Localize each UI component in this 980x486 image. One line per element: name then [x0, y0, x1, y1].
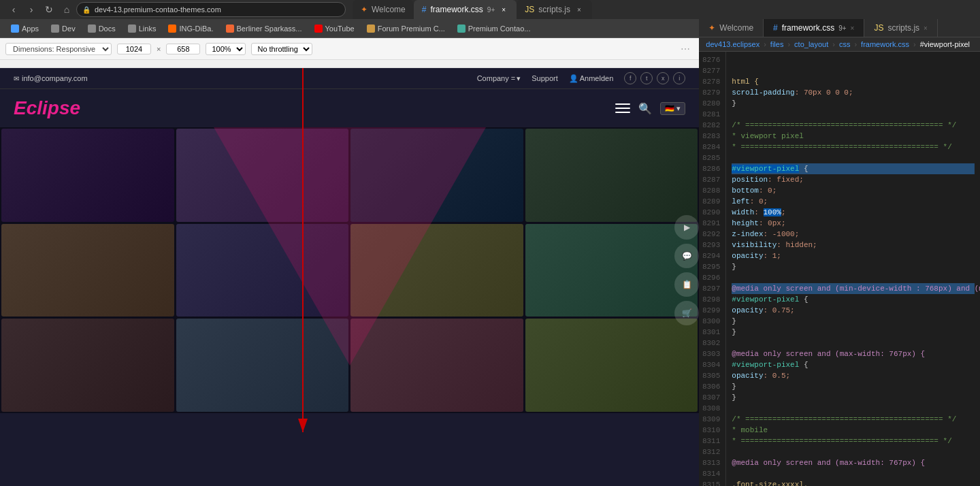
code-line-8288[interactable]: bottom: 0; [732, 185, 975, 196]
tab-scripts-close[interactable]: × [574, 5, 584, 14]
tab-framework-close[interactable]: × [499, 5, 508, 14]
reload-button[interactable]: ↻ [41, 1, 57, 18]
code-line-8292[interactable]: z-index: -1000; [732, 229, 975, 240]
bc-cto-layout[interactable]: cto_layout [794, 40, 828, 48]
tab-welcome-right[interactable]: ✦ Welcome [699, 19, 764, 37]
line-num-8287: 8287 [702, 174, 720, 185]
code-line-8277[interactable] [732, 65, 975, 76]
code-line-8279[interactable]: scroll-padding: 70px 0 0 0; [732, 87, 975, 98]
bookmark-forum[interactable]: Forum Premium C... [361, 23, 451, 34]
site-nav-icons: 🔍 🇩🇪 ▾ [615, 102, 685, 115]
code-line-8280[interactable]: } [732, 98, 975, 109]
code-line-8282[interactable]: /* =====================================… [732, 120, 975, 131]
facebook-icon[interactable]: f [624, 72, 636, 84]
side-btn-4[interactable]: 🛒 [674, 301, 699, 325]
bookmark-docs[interactable]: Docs [82, 23, 121, 34]
code-line-8305[interactable]: opacity: 0.5; [732, 370, 975, 381]
code-line-8287[interactable]: position: fixed; [732, 174, 975, 185]
code-line-8291[interactable]: height: 0px; [732, 218, 975, 229]
bookmark-premium[interactable]: Premium Contao... [452, 23, 536, 34]
twitter-icon[interactable]: t [640, 72, 653, 84]
css-code-content[interactable]: html { scroll-padding: 70px 0 0 0;}/* ==… [726, 52, 980, 486]
bookmark-dev[interactable]: Dev [46, 23, 81, 34]
dimensions-select[interactable]: Dimensions: Responsive [5, 43, 112, 55]
language-button[interactable]: 🇩🇪 ▾ [660, 102, 685, 115]
hero-img-12 [525, 319, 698, 412]
code-line-8297[interactable]: @media only screen and (min-device-width… [732, 283, 975, 294]
code-line-8299[interactable]: opacity: 0.75; [732, 305, 975, 316]
tab-scripts[interactable]: JS scripts.js × [517, 0, 592, 19]
bc-files[interactable]: files [770, 40, 784, 48]
code-line-8300[interactable]: } [732, 316, 975, 327]
side-btn-2[interactable]: 💬 [674, 244, 699, 268]
code-line-8293[interactable]: visibility: hidden; [732, 240, 975, 250]
code-line-8309[interactable]: /* =====================================… [732, 414, 975, 425]
bookmark-ing[interactable]: ING-DiBa. [163, 23, 218, 34]
code-line-8284[interactable]: * ======================================… [732, 142, 975, 152]
code-line-8313[interactable]: @media only screen and (max-width: 767px… [732, 457, 975, 468]
width-input[interactable] [117, 44, 151, 54]
code-line-8276[interactable] [732, 54, 975, 65]
xing-icon[interactable]: x [657, 72, 669, 84]
code-line-8312[interactable] [732, 447, 975, 457]
code-line-8303[interactable]: @media only screen and (max-width: 767px… [732, 349, 975, 359]
company-nav[interactable]: Company = ▾ [477, 74, 521, 83]
code-line-8289[interactable]: left: 0; [732, 196, 975, 207]
zoom-select[interactable]: 100% [206, 43, 246, 55]
line-num-8303: 8303 [702, 349, 720, 359]
code-line-8306[interactable]: } [732, 381, 975, 392]
tab-scripts-right[interactable]: JS scripts.js × [864, 19, 938, 37]
line-num-8311: 8311 [702, 436, 720, 447]
code-line-8314[interactable] [732, 468, 975, 479]
code-line-8286[interactable]: #viewport-pixel { [732, 163, 975, 174]
code-line-8294[interactable]: opacity: 1; [732, 250, 975, 261]
support-nav[interactable]: Support [532, 74, 558, 82]
code-line-8304[interactable]: #viewport-pixel { [732, 359, 975, 370]
bookmark-links[interactable]: Links [122, 23, 162, 34]
code-line-8310[interactable]: * mobile [732, 425, 975, 436]
code-line-8295[interactable]: } [732, 261, 975, 272]
line-numbers: 8276827782788279828082818282828382848285… [699, 52, 726, 486]
line-num-8277: 8277 [702, 65, 720, 76]
bookmark-youtube[interactable]: YouTube [309, 23, 360, 34]
anmelden-nav[interactable]: 👤 Anmelden [569, 74, 614, 83]
code-line-8302[interactable] [732, 338, 975, 349]
code-line-8311[interactable]: * ======================================… [732, 436, 975, 447]
home-button[interactable]: ⌂ [59, 1, 75, 18]
bookmark-apps[interactable]: Apps [5, 23, 44, 34]
height-input[interactable] [166, 44, 200, 54]
back-button[interactable]: ‹ [5, 1, 22, 18]
code-line-8281[interactable] [732, 109, 975, 120]
tab-framework[interactable]: # framework.css 9+ × [414, 0, 517, 19]
bookmark-berliner[interactable]: Berliner Sparkass... [220, 23, 308, 34]
scripts-tab-close[interactable]: × [924, 25, 928, 32]
instagram-icon[interactable]: i [673, 72, 685, 84]
framework-tab-close[interactable]: × [851, 25, 855, 32]
more-options-button[interactable]: ⋯ [677, 41, 693, 57]
css-tab-bar: ✦ Welcome # framework.css 9+ × JS script… [699, 19, 980, 37]
code-line-8301[interactable]: } [732, 327, 975, 338]
tab-framework-right[interactable]: # framework.css 9+ × [764, 19, 864, 37]
code-line-8278[interactable]: html { [732, 76, 975, 87]
bc-framework[interactable]: framework.css [861, 40, 909, 48]
address-text[interactable]: dev4-13.premium-contao-themes.com [95, 5, 221, 14]
code-line-8285[interactable] [732, 152, 975, 163]
code-line-8307[interactable]: } [732, 392, 975, 403]
bc-eclipsex[interactable]: dev413.eclipsex [706, 40, 760, 48]
code-line-8308[interactable] [732, 403, 975, 414]
forward-button[interactable]: › [23, 1, 39, 18]
side-btn-1[interactable]: ▶ [674, 215, 699, 240]
tab-welcome[interactable]: ✦ Welcome [353, 0, 414, 19]
bc-css[interactable]: css [839, 40, 851, 48]
line-num-8313: 8313 [702, 457, 720, 468]
hamburger-button[interactable] [615, 103, 630, 113]
devtools-tab-bar: ✦ Welcome # framework.css 9+ × JS script… [347, 0, 975, 19]
code-line-8298[interactable]: #viewport-pixel { [732, 294, 975, 305]
side-btn-3[interactable]: 📋 [674, 272, 699, 297]
code-line-8290[interactable]: width: 100%; [732, 207, 975, 218]
code-line-8283[interactable]: * viewport pixel [732, 131, 975, 142]
search-button[interactable]: 🔍 [638, 102, 652, 115]
code-line-8315[interactable]: .font-size-xxxxl, [732, 479, 975, 486]
code-line-8296[interactable] [732, 272, 975, 283]
throttling-select[interactable]: No throttling [251, 43, 312, 55]
